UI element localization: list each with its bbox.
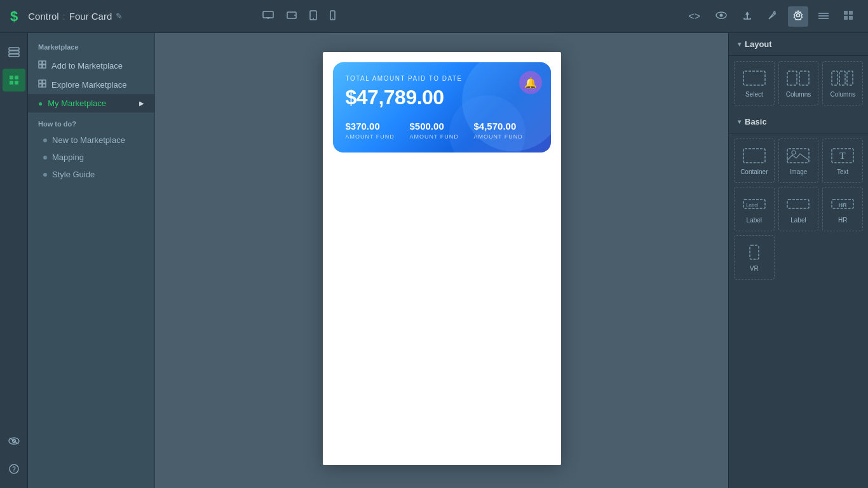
- mobile-button[interactable]: [325, 7, 341, 25]
- svg-point-10: [720, 13, 723, 17]
- svg-rect-38: [39, 80, 42, 83]
- card-sub-item-1: $500.00 AMOUNT FUND: [410, 121, 474, 140]
- grid-button[interactable]: [839, 7, 858, 26]
- basic-image-item[interactable]: Image: [778, 139, 819, 183]
- layout-columns2-item[interactable]: Columns: [778, 61, 819, 105]
- device-buttons: [257, 7, 341, 25]
- header-right-icons: <>: [683, 6, 858, 27]
- layout-columns2-label: Columns: [786, 91, 811, 98]
- svg-rect-37: [43, 65, 46, 68]
- preview-button[interactable]: [710, 7, 732, 26]
- layout-select-label: Select: [745, 91, 763, 98]
- svg-rect-0: [263, 11, 273, 18]
- svg-rect-19: [849, 11, 853, 15]
- basic-label2-item[interactable]: Label: [778, 187, 819, 231]
- sidebar-item-add-marketplace[interactable]: Add to Marketplace: [28, 56, 154, 75]
- svg-point-4: [294, 15, 295, 16]
- basic-vr-label: VR: [750, 265, 759, 272]
- my-marketplace-arrow: ▶: [139, 100, 144, 107]
- publish-button[interactable]: [737, 6, 757, 27]
- sidebar-item-my-marketplace[interactable]: ● My Marketplace ▶: [28, 94, 154, 112]
- layout-chevron: ▾: [738, 41, 741, 48]
- columns2-icon: [785, 69, 811, 87]
- icon-bar-help[interactable]: ?: [3, 458, 25, 480]
- svg-rect-28: [15, 81, 18, 85]
- svg-rect-48: [743, 149, 765, 163]
- layout-columns3-item[interactable]: Columns: [822, 61, 863, 105]
- edit-title-icon[interactable]: ✎: [116, 11, 123, 21]
- vr-icon: [742, 243, 767, 261]
- layout-section-label: Layout: [745, 39, 772, 49]
- container-icon: [742, 147, 767, 165]
- card-sub-label-2: AMOUNT FUND: [474, 133, 538, 140]
- svg-line-12: [775, 13, 776, 13]
- right-panel: ▾ Layout Select: [728, 33, 868, 488]
- svg-rect-27: [10, 81, 13, 85]
- basic-vr-item[interactable]: VR: [734, 235, 775, 280]
- basic-section-label: Basic: [745, 117, 767, 126]
- svg-rect-46: [839, 71, 845, 85]
- sidebar-item-new-marketplace[interactable]: New to Marketplace: [28, 132, 154, 149]
- basic-section-header[interactable]: ▾ Basic: [729, 111, 868, 133]
- svg-rect-42: [743, 71, 765, 85]
- svg-rect-47: [847, 71, 853, 85]
- basic-hr-label: HR: [838, 217, 847, 224]
- svg-text:Label: Label: [746, 202, 759, 208]
- sidebar: Marketplace Add to Marketplace Explore M…: [28, 33, 155, 488]
- card-sub-value-0: $370.00: [346, 121, 410, 132]
- basic-text-item[interactable]: T Text: [822, 139, 863, 183]
- hr-icon: HR: [830, 195, 855, 213]
- settings-button[interactable]: [788, 6, 808, 27]
- sidebar-mapping-label: Mapping: [52, 152, 84, 162]
- layout-columns3-label: Columns: [830, 91, 855, 98]
- svg-rect-43: [787, 71, 797, 85]
- svg-point-6: [313, 18, 314, 19]
- card-bell-icon: 🔔: [519, 71, 542, 94]
- basic-label1-item[interactable]: Label Label: [734, 187, 775, 231]
- card-sub-amounts: $370.00 AMOUNT FUND $500.00 AMOUNT FUND …: [346, 121, 538, 140]
- basic-hr-item[interactable]: HR HR: [822, 187, 863, 231]
- label1-icon: Label: [742, 195, 767, 213]
- new-marketplace-dot: [43, 139, 47, 142]
- basic-container-item[interactable]: Container: [734, 139, 775, 183]
- title-sep: :: [63, 11, 65, 22]
- icon-bar-layers[interactable]: [3, 41, 25, 64]
- sidebar-item-mapping[interactable]: Mapping: [28, 149, 154, 166]
- svg-rect-58: [750, 245, 759, 259]
- svg-point-8: [332, 18, 334, 19]
- sidebar-explore-marketplace-label: Explore Marketplace: [51, 80, 127, 90]
- canvas-area: 🔔 TOTAL AMOUNT PAID TO DATE $47,789.00 $…: [155, 33, 728, 488]
- svg-rect-22: [9, 48, 19, 50]
- sidebar-style-guide-label: Style Guide: [52, 170, 95, 179]
- magic-button[interactable]: [763, 6, 783, 27]
- select-icon: [742, 69, 767, 87]
- sidebar-item-explore-marketplace[interactable]: Explore Marketplace: [28, 75, 154, 94]
- mapping-dot: [43, 156, 47, 159]
- canvas-frame: 🔔 TOTAL AMOUNT PAID TO DATE $47,789.00 $…: [323, 52, 561, 465]
- svg-rect-25: [10, 76, 13, 79]
- basic-container-label: Container: [740, 168, 768, 175]
- text-icon: T: [830, 147, 855, 165]
- card-sub-label-0: AMOUNT FUND: [346, 133, 410, 140]
- icon-bar-eye[interactable]: [3, 430, 25, 452]
- svg-rect-41: [43, 84, 46, 87]
- svg-rect-36: [39, 65, 42, 68]
- card-sub-item-0: $370.00 AMOUNT FUND: [346, 121, 410, 140]
- tablet-landscape-button[interactable]: [281, 8, 302, 25]
- card-sub-label-1: AMOUNT FUND: [410, 133, 474, 140]
- tablet-portrait-button[interactable]: [304, 7, 322, 25]
- icon-bar-marketplace[interactable]: [3, 69, 25, 92]
- hamburger-button[interactable]: [813, 7, 834, 26]
- sidebar-section-label: Marketplace: [28, 41, 154, 56]
- code-button[interactable]: <>: [683, 7, 705, 26]
- svg-rect-23: [9, 51, 19, 53]
- svg-rect-20: [844, 16, 848, 20]
- explore-marketplace-icon: [38, 79, 46, 90]
- svg-text:HR: HR: [839, 202, 847, 208]
- desktop-button[interactable]: [257, 8, 279, 25]
- sidebar-item-style-guide[interactable]: Style Guide: [28, 166, 154, 183]
- layout-select-item[interactable]: Select: [734, 61, 775, 105]
- add-marketplace-icon: [38, 60, 46, 71]
- layout-section-header[interactable]: ▾ Layout: [729, 33, 868, 56]
- basic-label1-label: Label: [747, 217, 762, 224]
